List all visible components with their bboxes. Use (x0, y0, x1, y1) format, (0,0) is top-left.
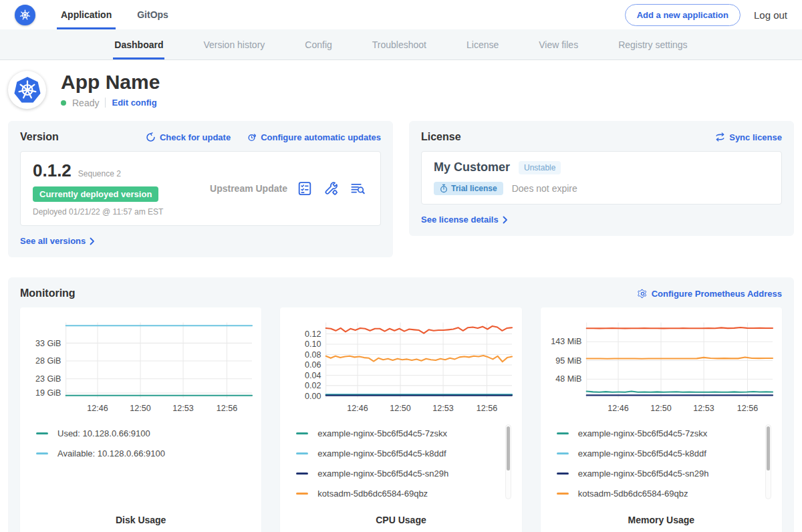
kubernetes-app-icon (13, 76, 41, 104)
logout-link[interactable]: Log out (754, 9, 787, 21)
legend-label: example-nginx-5bc6f5d4c5-k8ddf (317, 448, 446, 458)
chart-legend: example-nginx-5bc6f5d4c5-7zskxexample-ng… (285, 422, 516, 511)
legend-item: Available: 10.128.0.66:9100 (36, 448, 239, 458)
legend-label: example-nginx-5bc6f5d4c5-sn29h (317, 469, 448, 479)
subnav-tab-view-files[interactable]: View files (537, 29, 579, 59)
edit-config-link[interactable]: Edit config (112, 98, 156, 108)
legend-swatch (557, 493, 569, 495)
svg-text:12:46: 12:46 (608, 404, 628, 413)
svg-text:0.00: 0.00 (305, 392, 321, 401)
legend-item: example-nginx-5bc6f5d4c5-sn29h (296, 469, 499, 479)
legend-label: example-nginx-5bc6f5d4c5-k8ddf (578, 448, 706, 458)
deployed-version-badge: Currently deployed version (33, 186, 158, 202)
sync-license-link[interactable]: Sync license (715, 132, 782, 142)
deployed-timestamp: Deployed 01/21/22 @ 11:57 am EST (33, 207, 200, 217)
status-text: Ready (72, 98, 99, 108)
stopwatch-icon (440, 184, 448, 193)
gear-icon (638, 289, 648, 299)
preflight-checks-icon[interactable] (297, 181, 312, 196)
cpu-usage-card: 0.000.020.040.060.080.100.1212:4612:5012… (280, 307, 521, 532)
legend-label: example-nginx-5bc6f5d4c5-sn29h (578, 469, 709, 479)
version-sequence: Sequence 2 (78, 169, 121, 178)
svg-text:12:53: 12:53 (172, 404, 193, 413)
disk-usage-chart: 19 GiB23 GiB28 GiB33 GiB12:4612:5012:531… (25, 315, 256, 422)
legend-swatch (296, 432, 308, 434)
svg-text:0.06: 0.06 (305, 360, 321, 370)
divider (105, 98, 106, 108)
status-dot (61, 100, 66, 106)
subnav-tab-license[interactable]: License (465, 29, 500, 59)
config-wrench-icon[interactable] (323, 181, 339, 196)
legend-label: Used: 10.128.0.66:9100 (57, 428, 150, 438)
channel-badge: Unstable (519, 161, 561, 174)
legend-label: kotsadm-5db6dc6584-69qbz (317, 489, 428, 499)
svg-text:12:46: 12:46 (87, 404, 108, 413)
version-panel-title: Version (20, 131, 59, 143)
legend-swatch (557, 452, 569, 454)
subnav-tab-troubleshoot[interactable]: Troubleshoot (371, 29, 428, 59)
scrollbar-thumb[interactable] (767, 426, 770, 471)
legend-swatch (296, 473, 308, 475)
chevron-right-icon (503, 216, 508, 224)
svg-text:23 GiB: 23 GiB (35, 374, 61, 384)
view-logs-icon[interactable] (350, 181, 366, 196)
top-bar: ApplicationGitOps Add a new application … (0, 0, 802, 29)
current-version-card: 0.1.2 Sequence 2 Currently deployed vers… (20, 151, 381, 226)
svg-text:0.02: 0.02 (305, 381, 321, 390)
memory-usage-card: 48 MiB95 MiB143 MiB12:4612:5012:5312:56e… (541, 307, 782, 532)
check-for-update-link[interactable]: Check for update (146, 132, 231, 142)
version-source: Upstream Update (200, 183, 297, 194)
legend-label: Available: 10.128.0.66:9100 (57, 448, 165, 458)
svg-text:143 MiB: 143 MiB (551, 337, 581, 346)
kubernetes-wheel-icon (18, 8, 32, 22)
svg-text:12:50: 12:50 (650, 404, 671, 413)
legend-label: kotsadm-5db6dc6584-69qbz (578, 489, 688, 499)
svg-text:48 MiB: 48 MiB (555, 374, 581, 384)
chart-legend: Used: 10.128.0.66:9100Available: 10.128.… (25, 422, 256, 511)
memory-usage-chart: 48 MiB95 MiB143 MiB12:4612:5012:5312:56 (546, 315, 777, 422)
legend-swatch (557, 473, 569, 475)
auto-update-clock-icon (247, 132, 257, 142)
legend-item: Used: 10.128.0.66:9100 (36, 428, 239, 438)
subnav-tab-dashboard[interactable]: Dashboard (113, 29, 164, 59)
legend-item: example-nginx-5bc6f5d4c5-7zskx (557, 428, 759, 438)
svg-text:95 MiB: 95 MiB (555, 356, 581, 366)
see-license-details-link[interactable]: See license details (421, 215, 508, 225)
chart-title: Memory Usage (546, 511, 777, 525)
legend-item: example-nginx-5bc6f5d4c5-7zskx (296, 428, 499, 438)
svg-text:19 GiB: 19 GiB (35, 388, 61, 398)
topnav-tab-application[interactable]: Application (57, 0, 116, 29)
legend-item: example-nginx-5bc6f5d4c5-k8ddf (296, 448, 499, 458)
cpu-usage-chart: 0.000.020.040.060.080.100.1212:4612:5012… (285, 315, 516, 422)
legend-item: kotsadm-5db6dc6584-69qbz (557, 489, 759, 499)
monitoring-panel-title: Monitoring (20, 287, 76, 299)
see-all-versions-link[interactable]: See all versions (20, 236, 95, 246)
svg-text:0.04: 0.04 (305, 371, 321, 380)
add-application-button[interactable]: Add a new application (625, 4, 741, 26)
page-title: App Name (61, 72, 160, 93)
svg-text:0.12: 0.12 (305, 329, 321, 339)
topnav-tab-gitops[interactable]: GitOps (133, 0, 172, 29)
app-logo (8, 71, 46, 109)
svg-text:12:56: 12:56 (737, 404, 757, 413)
refresh-icon (146, 132, 156, 142)
svg-text:12:50: 12:50 (130, 404, 150, 413)
subnav-tab-version-history[interactable]: Version history (202, 29, 266, 59)
sync-arrows-icon (715, 132, 725, 142)
configure-automatic-updates-link[interactable]: Configure automatic updates (247, 132, 381, 142)
legend-scrollbar[interactable] (765, 424, 771, 499)
license-details-card: My Customer Unstable Trial license Does … (421, 151, 782, 205)
svg-text:33 GiB: 33 GiB (35, 339, 61, 348)
license-panel: License Sync license My Customer Unstabl… (409, 121, 794, 236)
scrollbar-thumb[interactable] (507, 426, 510, 471)
legend-scrollbar[interactable] (505, 424, 511, 499)
subnav-tab-registry-settings[interactable]: Registry settings (617, 29, 688, 59)
legend-item: example-nginx-5bc6f5d4c5-k8ddf (557, 448, 759, 458)
svg-text:12:56: 12:56 (217, 404, 237, 413)
subnav-tab-config[interactable]: Config (303, 29, 333, 59)
svg-text:28 GiB: 28 GiB (35, 356, 61, 366)
brand-logo[interactable] (15, 0, 35, 29)
chart-legend: example-nginx-5bc6f5d4c5-7zskxexample-ng… (546, 422, 777, 511)
configure-prometheus-link[interactable]: Configure Prometheus Address (638, 289, 782, 299)
svg-text:0.10: 0.10 (305, 340, 321, 349)
